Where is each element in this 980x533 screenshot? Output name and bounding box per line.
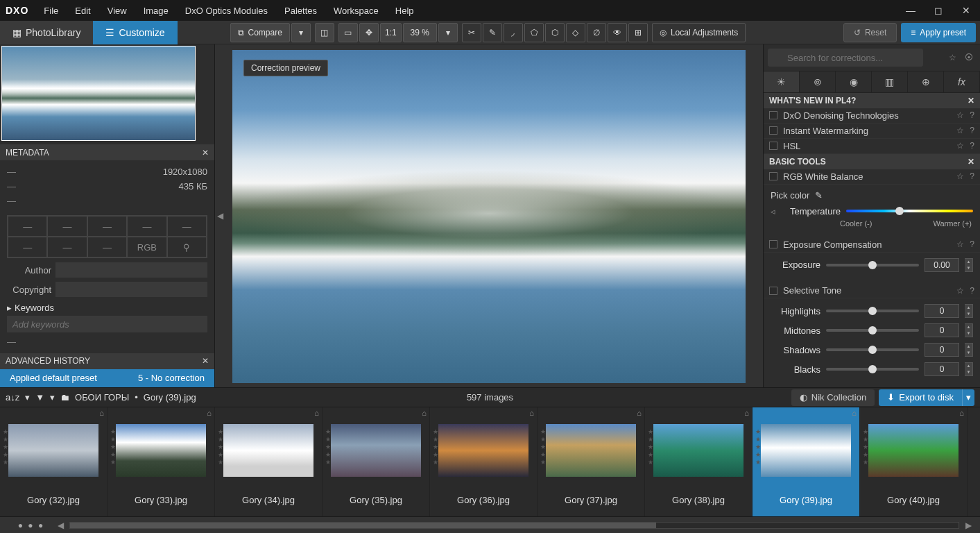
author-input[interactable]	[55, 262, 207, 278]
tab-customize[interactable]: ☰ Customize	[93, 21, 177, 44]
folder-name[interactable]: ОБОИ ГОРЫ	[75, 392, 129, 403]
crop-button[interactable]: ✂	[462, 23, 481, 42]
exposure-spinner[interactable]: ▲▼	[965, 258, 973, 272]
close-icon[interactable]: ✕	[968, 157, 974, 167]
metadata-header[interactable]: METADATA ✕	[0, 144, 214, 160]
help-icon[interactable]: ?	[970, 286, 974, 296]
close-icon[interactable]: ✕	[202, 356, 209, 366]
close-icon[interactable]: ✕	[968, 96, 974, 105]
reset-slider-icon[interactable]: ◃	[771, 206, 775, 217]
tab-detail[interactable]: ◉	[836, 71, 872, 92]
exposure-value[interactable]: 0.00	[925, 258, 959, 272]
highlights-slider[interactable]	[826, 310, 919, 312]
rating-stars[interactable]: ★★★★★	[863, 428, 868, 466]
repair-button[interactable]: ∅	[587, 23, 606, 42]
thumbnail-image[interactable]	[8, 424, 98, 477]
toggle-icon[interactable]: ⦿	[962, 53, 976, 62]
menu-file[interactable]: File	[35, 1, 67, 20]
exposure-comp-item[interactable]: Exposure Compensation ☆?	[764, 237, 980, 253]
chevron-down-icon[interactable]: ▾	[25, 392, 30, 403]
location-icon[interactable]: ⚲	[167, 237, 207, 257]
spinner[interactable]: ▲▼	[965, 304, 973, 318]
filmstrip-item[interactable]: ⌂★★★★★Gory (33).jpg	[108, 407, 215, 516]
menu-image[interactable]: Image	[135, 1, 177, 20]
filmstrip-item[interactable]: ⌂★★★★★Gory (35).jpg	[323, 407, 430, 516]
help-icon[interactable]: ?	[970, 239, 974, 249]
history-entry[interactable]: Applied default preset 5 - No correction	[0, 369, 214, 387]
apply-preset-button[interactable]: ≡ Apply preset	[901, 23, 976, 42]
shape-button[interactable]: ◇	[566, 23, 585, 42]
menu-optics[interactable]: DxO Optics Modules	[177, 1, 276, 20]
filmstrip-scrollbar[interactable]	[69, 522, 959, 529]
help-icon[interactable]: ?	[970, 171, 974, 181]
horizon-button[interactable]: ◞	[504, 23, 523, 42]
shadows-value[interactable]: 0	[925, 343, 959, 357]
filmstrip-item[interactable]: ⌂★★★★★Gory (34).jpg	[215, 407, 323, 516]
compare-dropdown[interactable]: ▾	[291, 23, 311, 42]
temperature-slider[interactable]	[846, 210, 973, 212]
exposure-slider[interactable]	[826, 264, 919, 266]
move-button[interactable]: ✥	[359, 23, 379, 42]
menu-palettes[interactable]: Palettes	[276, 1, 325, 20]
navigator-thumbnail[interactable]	[1, 46, 196, 141]
selective-tone-item[interactable]: Selective Tone ☆?	[764, 283, 980, 298]
checkbox[interactable]	[769, 111, 777, 119]
midtones-value[interactable]: 0	[925, 323, 959, 337]
filmstrip-item[interactable]: ⌂★★★★★Gory (36).jpg	[430, 407, 538, 516]
keywords-header[interactable]: ▸Keywords	[7, 297, 207, 316]
reset-button[interactable]: ↺ Reset	[843, 23, 897, 42]
zoom-dropdown[interactable]: ▾	[438, 23, 458, 42]
blacks-value[interactable]: 0	[925, 362, 959, 376]
keywords-input[interactable]	[7, 316, 207, 332]
menu-workspace[interactable]: Workspace	[325, 1, 387, 20]
close-icon[interactable]: ✕	[202, 148, 209, 158]
rating-stars[interactable]: ★★★★★	[648, 428, 653, 466]
redeye-button[interactable]: 👁	[608, 23, 627, 42]
scroll-right-icon[interactable]: ▶	[963, 521, 973, 530]
window-close-button[interactable]: ✕	[952, 0, 980, 21]
filmstrip-item[interactable]: ⌂★★★★★Gory (38).jpg	[645, 407, 753, 516]
rating-stars[interactable]: ★★★★★	[218, 428, 223, 466]
checkbox[interactable]	[769, 126, 777, 135]
filmstrip[interactable]: ⌂★★★★★Gory (32).jpg⌂★★★★★Gory (33).jpg⌂★…	[0, 407, 980, 516]
star-icon[interactable]: ☆	[956, 126, 964, 135]
star-icon[interactable]: ☆	[956, 239, 964, 249]
export-dropdown[interactable]: ▾	[962, 389, 974, 406]
rating-stars[interactable]: ★★★★★	[110, 428, 116, 466]
blacks-slider[interactable]	[826, 368, 919, 371]
whats-new-item[interactable]: Instant Watermarking ☆?	[764, 124, 980, 139]
polygon-button[interactable]: ⬡	[545, 23, 565, 42]
star-icon[interactable]: ☆	[956, 141, 964, 151]
search-corrections-input[interactable]	[768, 49, 923, 67]
filter-icon[interactable]: ▼	[35, 392, 44, 403]
tab-photolibrary[interactable]: ▦ PhotoLibrary	[0, 21, 93, 44]
checkbox[interactable]	[769, 142, 777, 150]
rating-stars[interactable]: ★★★★★	[3, 428, 8, 466]
filmstrip-item[interactable]: ⌂★★★★★Gory (37).jpg	[538, 407, 645, 516]
tab-geometry[interactable]: ▥	[872, 71, 908, 92]
checkbox[interactable]	[769, 240, 777, 248]
eyedropper-button[interactable]: ✎	[483, 23, 502, 42]
local-adjustments-button[interactable]: ◎ Local Adjustments	[652, 23, 746, 42]
zoom-percent[interactable]: 39 %	[403, 23, 437, 42]
tab-local[interactable]: ⊕	[908, 71, 944, 92]
image-viewer[interactable]: ◀ Correction preview	[215, 44, 763, 387]
collapse-left-icon[interactable]: ◀	[217, 211, 223, 221]
star-icon[interactable]: ☆	[956, 110, 964, 120]
shadows-slider[interactable]	[826, 348, 919, 351]
window-maximize-button[interactable]: ◻	[925, 0, 952, 21]
tab-effects[interactable]: fx	[944, 71, 980, 92]
help-icon[interactable]: ?	[970, 110, 974, 120]
perspective-button[interactable]: ⬠	[524, 23, 544, 42]
checkbox[interactable]	[769, 287, 777, 295]
thumbnail-image[interactable]	[438, 424, 528, 477]
export-to-disk-button[interactable]: ⬇ Export to disk	[879, 389, 962, 406]
history-header[interactable]: ADVANCED HISTORY ✕	[0, 353, 214, 369]
whats-new-item[interactable]: HSL ☆?	[764, 139, 980, 154]
nik-collection-button[interactable]: ◐ Nik Collection	[791, 389, 875, 406]
rating-stars[interactable]: ★★★★★	[433, 428, 438, 466]
whats-new-item[interactable]: DxO Denoising Technologies ☆?	[764, 108, 980, 124]
compare-button[interactable]: ⧉ Compare	[230, 23, 290, 42]
zoom-1to1-button[interactable]: 1:1	[380, 23, 402, 42]
filmstrip-item[interactable]: ⌂★★★★★Gory (39).jpg	[753, 407, 860, 516]
